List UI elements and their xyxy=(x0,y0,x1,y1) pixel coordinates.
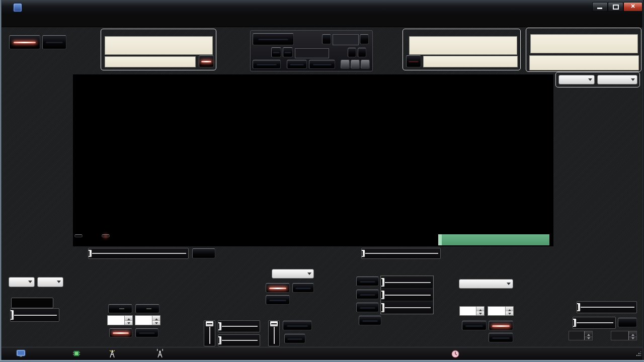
comp-button[interactable] xyxy=(356,290,379,299)
vfo-lock-b-button[interactable] xyxy=(283,47,293,57)
window-edge-left xyxy=(0,0,2,362)
vfo-b-tx-button[interactable] xyxy=(406,55,421,67)
pan-slider[interactable] xyxy=(88,248,189,259)
display-mode-select[interactable] xyxy=(272,269,314,279)
clock-icon xyxy=(451,350,459,358)
thetis-window: ✕ xyxy=(0,0,644,362)
monitor-icon xyxy=(16,349,26,358)
filter-high-spinner[interactable] xyxy=(611,331,637,340)
shift-reset-button[interactable] xyxy=(618,318,637,327)
vac2-button[interactable] xyxy=(135,328,158,337)
minimize-button[interactable] xyxy=(592,2,608,12)
agc-mode-select[interactable] xyxy=(9,277,35,287)
menu-bar xyxy=(0,14,644,27)
xit-spinner[interactable] xyxy=(135,315,160,325)
mic-gain-slider[interactable] xyxy=(381,277,433,288)
power-button[interactable] xyxy=(9,35,40,49)
vfo-b-group xyxy=(403,29,521,70)
rit-spinner[interactable] xyxy=(107,315,133,325)
meter-group xyxy=(526,28,641,72)
rx2-button[interactable] xyxy=(42,35,66,49)
status-bar xyxy=(0,347,644,360)
s-meter-scale-svg xyxy=(530,56,638,70)
peak-button[interactable] xyxy=(292,283,314,293)
restore-button[interactable] xyxy=(309,60,335,69)
nav-left-button[interactable] xyxy=(341,60,350,69)
center-button[interactable] xyxy=(192,248,215,258)
vac1-button[interactable] xyxy=(109,328,132,337)
tx-low-spinner[interactable] xyxy=(459,306,485,316)
save-button[interactable] xyxy=(287,60,307,69)
vox-button[interactable] xyxy=(356,303,379,312)
filter-shift-slider[interactable] xyxy=(573,317,616,329)
squelch-button[interactable] xyxy=(11,298,53,308)
vfo-b-display[interactable] xyxy=(409,36,517,55)
rx-ant-button[interactable] xyxy=(253,60,281,69)
squelch-slider[interactable] xyxy=(10,308,59,322)
band-stack-5-button[interactable] xyxy=(358,48,366,57)
att-select[interactable] xyxy=(37,277,63,287)
vfo-a-bandstack-display[interactable] xyxy=(105,56,196,67)
rx-meter-mode-select[interactable] xyxy=(558,75,595,84)
rx1-pan-slider[interactable] xyxy=(218,320,260,332)
puresignal-status-bar[interactable] xyxy=(442,234,549,245)
frequency-entry[interactable] xyxy=(295,48,329,58)
meter-mode-group xyxy=(555,72,640,87)
tune-step-minus-button[interactable] xyxy=(322,34,331,44)
vfo-sync-button[interactable] xyxy=(253,33,294,45)
s-meter-scale xyxy=(529,55,639,70)
vfo-a-group xyxy=(101,29,216,70)
ctun-button[interactable] xyxy=(266,295,290,305)
frequency-scale[interactable] xyxy=(73,74,553,90)
vfo-b-bandstack-display[interactable] xyxy=(423,56,518,67)
mic-button[interactable] xyxy=(356,277,379,286)
tx-antenna-icon xyxy=(155,348,165,358)
vfo-a-tx-button[interactable] xyxy=(199,55,214,67)
meter-readout xyxy=(530,34,638,53)
puresignal-level-strip xyxy=(438,234,442,245)
swap-button[interactable] xyxy=(284,334,305,343)
close-button[interactable]: ✕ xyxy=(623,2,642,12)
vfo-lock-a-button[interactable] xyxy=(271,47,281,57)
avg-button[interactable] xyxy=(266,283,290,293)
sub-volume-slider[interactable] xyxy=(268,320,280,346)
maximize-button[interactable] xyxy=(608,2,623,12)
blobs-button[interactable] xyxy=(74,234,83,237)
close-icon: ✕ xyxy=(624,3,642,10)
xit-button[interactable] xyxy=(135,304,159,313)
filter-width-slider[interactable] xyxy=(577,301,637,313)
vox-slider[interactable] xyxy=(381,302,433,314)
panadapter-display[interactable] xyxy=(73,90,553,234)
tune-step-value xyxy=(333,34,359,45)
peak-text-button[interactable] xyxy=(102,234,110,237)
tune-step-plus-button[interactable] xyxy=(360,34,369,44)
vfo-a-display[interactable] xyxy=(105,36,213,55)
band-stack-2-button[interactable] xyxy=(348,48,356,57)
title-bar[interactable]: ✕ xyxy=(0,0,644,15)
rx-eq-button[interactable] xyxy=(462,321,487,330)
tx-filter-button[interactable] xyxy=(489,333,513,342)
rx1-volume-slider[interactable] xyxy=(204,320,215,346)
vfo-control-panel xyxy=(250,30,373,71)
cpu-icon xyxy=(73,350,80,357)
spectrum-plot xyxy=(73,90,553,234)
tx-high-spinner[interactable] xyxy=(488,306,514,316)
display-info-bar xyxy=(73,234,553,246)
maximize-icon xyxy=(613,5,619,10)
dexp-button[interactable] xyxy=(359,316,381,325)
comp-slider[interactable] xyxy=(381,289,433,301)
rit-button[interactable] xyxy=(108,304,132,313)
filter-low-spinner[interactable] xyxy=(569,331,593,340)
tx-eq-button[interactable] xyxy=(489,321,513,330)
minimize-icon xyxy=(597,8,602,9)
multirx-button[interactable] xyxy=(283,321,312,330)
nav-right-button[interactable] xyxy=(361,60,370,69)
resize-grip[interactable] xyxy=(636,351,641,356)
tx-meter-mode-select[interactable] xyxy=(597,75,637,84)
rx-antenna-icon xyxy=(108,349,117,358)
nav-down-button[interactable] xyxy=(351,60,360,69)
zoom-slider[interactable] xyxy=(361,248,441,259)
sub-pan-slider[interactable] xyxy=(218,334,260,346)
window-edge-bottom xyxy=(0,360,644,362)
transmit-profile-select[interactable] xyxy=(459,279,513,289)
